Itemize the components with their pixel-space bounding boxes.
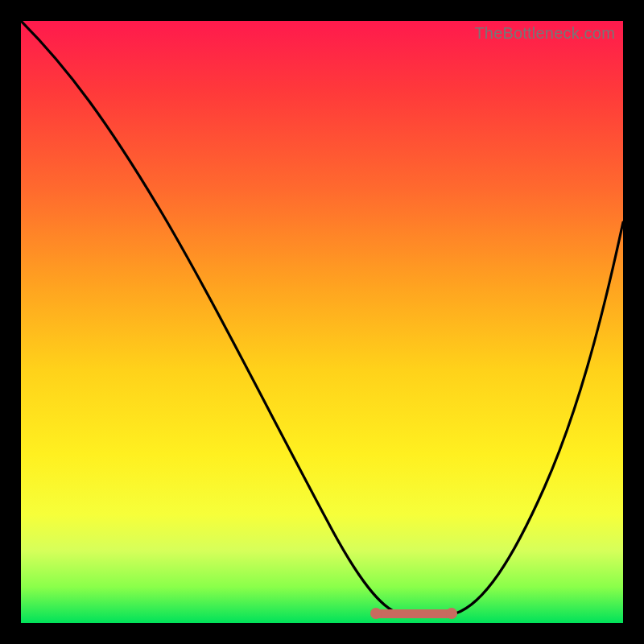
curve-path bbox=[21, 21, 623, 617]
plot-area: TheBottleneck.com bbox=[21, 21, 623, 623]
optimal-range-marker bbox=[374, 609, 454, 618]
chart-frame: TheBottleneck.com bbox=[0, 0, 644, 644]
bottleneck-curve bbox=[21, 21, 623, 623]
